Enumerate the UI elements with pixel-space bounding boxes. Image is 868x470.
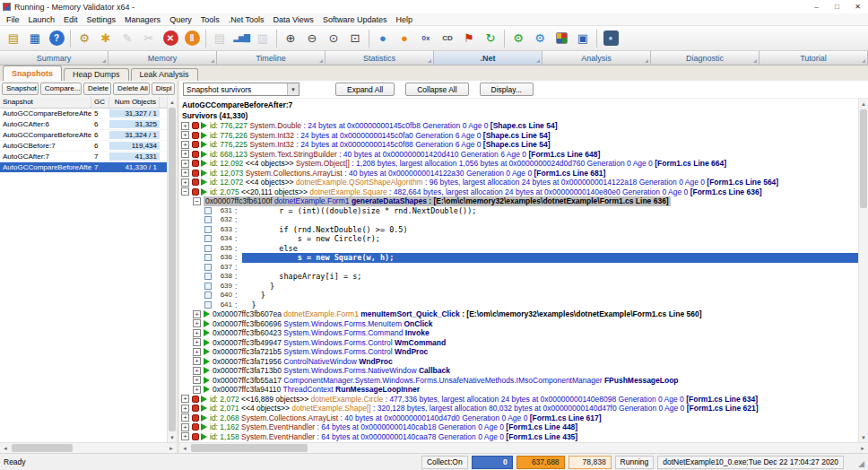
source-line[interactable]: 634: s = new Circle(r); xyxy=(179,234,858,244)
column-header-snapshot[interactable]: Snapshot xyxy=(0,97,91,108)
scroll-thumb[interactable] xyxy=(191,444,308,452)
tree-row[interactable]: −0x00007ffc3fb6100f dotnetExample.Form1 … xyxy=(179,196,858,206)
snapshot-row[interactable]: AutoGCAfter:7741,331 xyxy=(0,152,167,162)
tree-row[interactable]: +0x00007ffc3fb60423 System.Windows.Forms… xyxy=(179,328,858,338)
tree-row[interactable]: +id: 12,092 <<4 objects>> System.Object[… xyxy=(179,159,858,169)
menu-tools[interactable]: Tools xyxy=(196,15,224,24)
tree-horizontal-scrollbar[interactable]: ◄ ► xyxy=(179,442,868,453)
expand-icon[interactable]: + xyxy=(181,160,189,168)
expand-icon[interactable]: + xyxy=(181,122,189,130)
tree-row[interactable]: +id: 2,068 System.Collections.ArrayList … xyxy=(179,413,858,423)
tree-row[interactable]: +id: 12,072 <<4 objects>> dotnetExample.… xyxy=(179,178,858,187)
source-line[interactable]: 635: else xyxy=(179,244,858,254)
tab-timeline[interactable]: Timeline xyxy=(217,51,326,65)
tab-diagnostic[interactable]: Diagnostic xyxy=(651,51,760,65)
tree-row[interactable]: +0x00007ffc3fa721b5 System.Windows.Forms… xyxy=(179,347,858,357)
menu-net-tools[interactable]: .Net Tools xyxy=(224,15,269,24)
source-line[interactable]: 632: xyxy=(179,215,858,225)
display-button[interactable]: Display... xyxy=(480,83,534,96)
delete-all-button[interactable]: Delete All xyxy=(113,83,150,95)
tab-tutorial[interactable]: Tutorial xyxy=(760,51,868,65)
stop-icon[interactable]: ✕ xyxy=(160,28,181,49)
tree-row[interactable]: +id: 12,073 System.Collections.ArrayList… xyxy=(179,169,858,178)
snapshot-horizontal-scrollbar[interactable]: ◄ ► xyxy=(0,442,177,453)
expand-icon[interactable]: + xyxy=(193,319,201,327)
scroll-left-icon[interactable]: ◄ xyxy=(0,443,11,454)
tree-row[interactable]: +id: 776,225 System.Int32 : 24 bytes at … xyxy=(179,140,858,150)
minimize-button[interactable]: – xyxy=(806,0,827,13)
menu-launch[interactable]: Launch xyxy=(24,15,60,24)
source-line[interactable]: 640: } xyxy=(179,291,858,300)
zoom-in-icon[interactable]: ⊕ xyxy=(280,28,301,49)
menu-query[interactable]: Query xyxy=(165,15,196,24)
scroll-up-icon[interactable]: ▲ xyxy=(859,99,868,109)
tree-row[interactable]: +id: 2,071 <<4 objects>> dotnetExample.S… xyxy=(179,404,858,413)
snapshot-row[interactable]: AutoGCCompareBeforeAfter:5531,327 / 1 xyxy=(0,109,167,119)
source-line[interactable]: 639: } xyxy=(179,282,858,292)
expand-icon[interactable]: + xyxy=(181,141,189,149)
scroll-right-icon[interactable]: ► xyxy=(857,443,868,454)
open-file-icon[interactable]: ▤ xyxy=(3,28,24,49)
tree-row[interactable]: −id: 2,075 <<20,111 objects>> dotnetExam… xyxy=(179,187,858,197)
expand-icon[interactable]: + xyxy=(193,310,201,318)
menu-edit[interactable]: Edit xyxy=(59,15,82,24)
menu-file[interactable]: File xyxy=(2,15,24,24)
menu-software-updates[interactable]: Software Updates xyxy=(318,15,392,24)
scroll-down-icon[interactable]: ▼ xyxy=(859,432,868,442)
collapse-all-button[interactable]: Collapse All xyxy=(405,83,468,96)
scroll-track[interactable] xyxy=(11,443,166,453)
tree-row[interactable]: +id: 668,123 System.Text.StringBuilder :… xyxy=(179,150,858,160)
tree-row[interactable]: +id: 1,158 System.EventHandler : 64 byte… xyxy=(179,432,858,442)
tree-row[interactable]: +id: 776,227 System.Double : 24 bytes at… xyxy=(179,121,858,131)
snapshot-row[interactable]: AutoGCBefore:76119,434 xyxy=(0,141,167,152)
scroll-thumb[interactable] xyxy=(169,108,176,431)
tab-summary[interactable]: Summary xyxy=(0,51,108,65)
hex-display-icon[interactable]: 0x xyxy=(415,28,437,49)
expand-icon[interactable]: + xyxy=(181,405,189,413)
expand-icon[interactable]: + xyxy=(181,395,189,403)
survivor-filter-combo[interactable]: Snapshot survivors ▼ xyxy=(183,83,299,96)
tree-row[interactable]: +0x00007ffc3fb49947 System.Windows.Forms… xyxy=(179,338,858,348)
expand-icon[interactable]: + xyxy=(193,329,201,337)
tree-row[interactable]: +0x00007ffc3fb55a17 ComponentManager.Sys… xyxy=(179,376,858,386)
tree-row[interactable]: +id: 1,162 System.EventHandler : 64 byte… xyxy=(179,422,858,432)
scroll-right-icon[interactable]: ► xyxy=(166,443,177,454)
settings-icon[interactable]: ⚙ xyxy=(74,28,95,49)
tree-row[interactable]: +0x00007ffc3fb60696 System.Windows.Forms… xyxy=(179,319,858,329)
source-line[interactable]: 636: s = new Square(w, h); xyxy=(179,253,858,263)
expand-icon[interactable]: + xyxy=(193,376,201,384)
expand-icon[interactable]: + xyxy=(193,348,201,356)
column-header-gc[interactable]: GC xyxy=(91,97,109,108)
displ-button[interactable]: Displ xyxy=(152,83,175,95)
subtab-heap-dumps[interactable]: Heap Dumps xyxy=(64,68,129,81)
modules-grid-icon[interactable] xyxy=(551,28,572,49)
expand-icon[interactable]: + xyxy=(181,178,189,187)
snapshot-row[interactable]: AutoGCCompareBeforeAfter:7741,330 / 1 xyxy=(0,162,167,173)
expand-icon[interactable]: + xyxy=(193,367,201,375)
objects-icon[interactable]: ▣ xyxy=(572,28,594,49)
expand-icon[interactable]: + xyxy=(193,386,201,394)
tree-row[interactable]: +0x00007ffc3fa71956 ControlNativeWindow … xyxy=(179,357,858,367)
scroll-track[interactable] xyxy=(168,107,177,432)
expand-icon[interactable]: + xyxy=(181,150,189,158)
resize-grip-icon[interactable]: ◢ xyxy=(858,457,864,470)
column-header-num-objects[interactable]: Num Objects xyxy=(109,97,160,108)
timeline-view-icon[interactable]: ▂▅▇ xyxy=(230,28,252,49)
collect-status[interactable]: Collect:On xyxy=(421,456,468,469)
save-icon[interactable]: ▦ xyxy=(24,28,46,49)
source-line[interactable]: 637: xyxy=(179,263,858,273)
scroll-track[interactable] xyxy=(190,443,857,453)
zoom-out-icon[interactable]: ⊖ xyxy=(301,28,323,49)
subtab-snapshots[interactable]: Snapshots xyxy=(3,65,62,81)
snapshot-camera-icon[interactable]: ● xyxy=(600,28,621,49)
flag-icon[interactable]: ⚑ xyxy=(458,28,480,49)
tab-net[interactable]: .Net xyxy=(434,51,542,65)
scroll-left-icon[interactable]: ◄ xyxy=(179,443,190,454)
cd-data-icon[interactable]: CD xyxy=(437,28,458,49)
zoom-reset-icon[interactable]: ⊙ xyxy=(323,28,344,49)
maximize-button[interactable]: □ xyxy=(827,0,847,13)
zoom-fit-icon[interactable]: ⊡ xyxy=(344,28,366,49)
tree-vertical-scrollbar[interactable]: ▲ ▼ xyxy=(858,99,868,442)
expand-icon[interactable]: + xyxy=(181,169,189,177)
refresh-icon[interactable]: ↻ xyxy=(480,28,501,49)
